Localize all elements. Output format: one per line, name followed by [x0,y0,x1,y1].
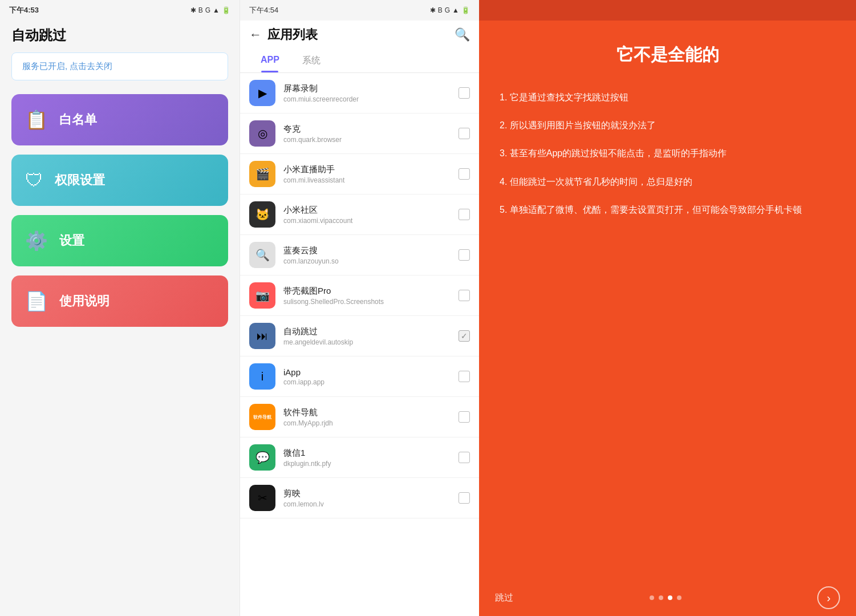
app-row[interactable]: 🐱小米社区com.xiaomi.vipaccount [240,194,479,235]
app-checkbox[interactable] [459,492,470,504]
next-button[interactable]: › [817,586,840,609]
panel3-point-1: 1. 它是通过查找文字找跳过按钮 [500,90,835,105]
status-icons-1: ✱ B G ▲ 🔋 [190,6,230,14]
app-icon: 🎬 [249,161,275,187]
app-icon: ✂ [249,485,275,511]
app-checkbox[interactable] [459,128,470,139]
app-name: 蓝奏云搜 [283,245,459,256]
panel3-footer: 跳过 › [479,579,856,616]
back-button[interactable]: ← [249,27,262,42]
dot-4 [677,595,681,600]
panel3-content: 它不是全能的 1. 它是通过查找文字找跳过按钮 2. 所以遇到用图片当按钮的就没… [479,21,856,579]
panel3-point-3: 3. 甚至有些App的跳过按钮不能点击，是监听的手指动作 [500,145,835,161]
wifi-icon: G [205,6,210,14]
permissions-label: 权限设置 [55,172,105,189]
settings-icon: ⚙️ [25,230,48,252]
panel2-title: 应用列表 [267,26,455,43]
app-row[interactable]: ▶屏幕录制com.miui.screenrecorder [240,73,479,114]
app-name: iApp [283,367,459,377]
tab-app[interactable]: APP [249,49,291,72]
app-name: 带壳截图Pro [283,286,459,297]
app-list: ▶屏幕录制com.miui.screenrecorder◎夸克com.quark… [240,73,479,616]
app-pkg: sulisong.ShelledPro.Screenshots [283,298,459,306]
app-checkbox[interactable] [459,371,470,382]
bt-icon-2: ✱ [430,6,436,14]
settings-label: 设置 [59,232,84,249]
app-row[interactable]: 💬微信1dkplugin.ntk.pfy [240,437,479,478]
app-icon: 📷 [249,282,275,309]
app-info: iAppcom.iapp.app [283,367,459,386]
app-pkg: com.quark.browser [283,136,459,144]
panel3-point-4: 4. 但能跳过一次就节省几秒的时间，总归是好的 [500,174,835,189]
app-pkg: com.lemon.lv [283,500,459,508]
battery-icon: 🔋 [222,6,230,14]
search-button[interactable]: 🔍 [455,27,470,42]
app-info: 微信1dkplugin.ntk.pfy [283,448,459,468]
dot-3 [668,595,672,600]
settings-card[interactable]: ⚙️ 设置 [11,215,228,266]
app-checkbox[interactable]: ✓ [459,330,470,342]
dot-1 [650,595,654,600]
app-checkbox[interactable] [459,87,470,99]
status-bar-2: 下午4:54 ✱ B G ▲ 🔋 [240,0,479,21]
app-row[interactable]: 🎬小米直播助手com.mi.liveassistant [240,154,479,194]
app-icon: ⏭ [249,323,275,349]
manual-card[interactable]: 📄 使用说明 [11,275,228,327]
manual-label: 使用说明 [59,293,109,310]
signal-icon-2: B [438,6,443,14]
panel-autoskip: 下午4:53 ✱ B G ▲ 🔋 自动跳过 服务已开启, 点击去关闭 📋 白名单… [0,0,240,616]
app-name: 微信1 [283,448,459,459]
app-info: 蓝奏云搜com.lanzouyun.so [283,245,459,265]
status-time-1: 下午4:53 [9,5,39,15]
status-icons-2: ✱ B G ▲ 🔋 [430,6,470,14]
app-icon: 软件导航 [249,404,275,430]
app-row[interactable]: 🔍蓝奏云搜com.lanzouyun.so [240,235,479,275]
app-pkg: com.iapp.app [283,378,459,386]
skip-button[interactable]: 跳过 [495,592,513,604]
app-checkbox[interactable] [459,290,470,301]
app-row[interactable]: ◎夸克com.quark.browser [240,114,479,154]
service-banner[interactable]: 服务已开启, 点击去关闭 [11,52,228,80]
app-icon: 🔍 [249,242,275,268]
panel3-point-2: 2. 所以遇到用图片当按钮的就没办法了 [500,117,835,133]
app-checkbox[interactable] [459,452,470,463]
manual-icon: 📄 [25,290,48,312]
app-pkg: com.MyApp.rjdh [283,419,459,427]
bluetooth-icon: ✱ [190,6,196,14]
whitelist-card[interactable]: 📋 白名单 [11,94,228,145]
app-checkbox[interactable] [459,411,470,423]
app-checkbox[interactable] [459,168,470,180]
app-row[interactable]: 软件导航软件导航com.MyApp.rjdh [240,397,479,437]
app-icon: ▶ [249,80,275,106]
app-name: 小米直播助手 [283,164,459,175]
page-title-1: 自动跳过 [0,21,240,52]
next-icon: › [827,591,831,605]
status-time-2: 下午4:54 [249,5,278,15]
app-row[interactable]: 📷带壳截图Prosulisong.ShelledPro.Screenshots [240,275,479,316]
app-pkg: com.lanzouyun.so [283,257,459,265]
app-pkg: dkplugin.ntk.pfy [283,460,459,468]
whitelist-label: 白名单 [59,111,97,128]
status-bar-1: 下午4:53 ✱ B G ▲ 🔋 [0,0,240,21]
dot-2 [659,595,663,600]
pagination-dots [513,595,817,600]
app-checkbox[interactable] [459,209,470,220]
app-checkbox[interactable] [459,249,470,261]
app-pkg: com.miui.screenrecorder [283,95,459,103]
app-info: 自动跳过me.angeldevil.autoskip [283,326,459,346]
app-pkg: me.angeldevil.autoskip [283,338,459,346]
panel3-point-5: 5. 单独适配了微博、优酷，需要去设置页打开，但可能会导致部分手机卡顿 [500,202,835,217]
app-row[interactable]: ⏭自动跳过me.angeldevil.autoskip✓ [240,316,479,356]
app-row[interactable]: iiAppcom.iapp.app [240,356,479,397]
permissions-card[interactable]: 🛡 权限设置 [11,155,228,206]
app-icon: 💬 [249,444,275,471]
app-info: 小米社区com.xiaomi.vipaccount [283,205,459,225]
wifi-icon-2: G [445,6,450,14]
app-row[interactable]: ✂剪映com.lemon.lv [240,478,479,518]
permissions-icon: 🛡 [25,170,43,191]
app-list-header: ← 应用列表 🔍 [240,21,479,49]
network-icon-2: ▲ [452,6,459,14]
tab-system[interactable]: 系统 [291,49,332,72]
app-icon: i [249,363,275,390]
network-icon: ▲ [213,6,220,14]
